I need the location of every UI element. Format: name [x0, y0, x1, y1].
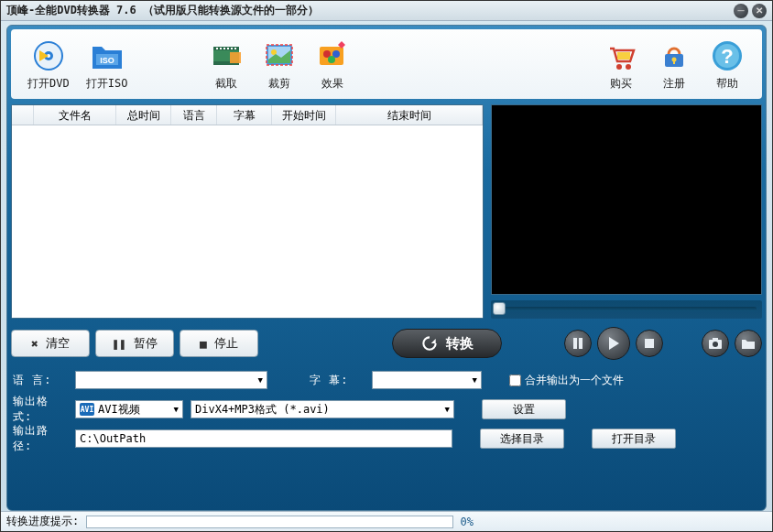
- statusbar: 转换进度提示: 0%: [1, 511, 772, 531]
- output-path-input[interactable]: C:\OutPath: [75, 429, 452, 448]
- merge-checkbox[interactable]: 合并输出为一个文件: [509, 373, 624, 388]
- effect-button[interactable]: 效果: [310, 36, 354, 93]
- help-button[interactable]: ? 帮助: [705, 36, 749, 93]
- file-list-body[interactable]: [12, 125, 483, 318]
- capture-icon: [208, 38, 245, 74]
- window-title: 顶峰-全能DVD转换器 7.6 （试用版只能转换源文件的一部分）: [6, 3, 734, 18]
- player-play-button[interactable]: [597, 327, 630, 360]
- subtitle-combo[interactable]: ▼: [372, 371, 482, 389]
- file-list-header: 文件名 总时间 语言 字幕 开始时间 结束时间: [12, 105, 483, 125]
- settings-button[interactable]: 设置: [482, 399, 566, 419]
- clear-button[interactable]: ✖清空: [11, 330, 90, 357]
- open-dir-button[interactable]: 打开目录: [592, 429, 676, 449]
- svg-point-37: [713, 342, 718, 347]
- help-icon: ?: [709, 38, 746, 74]
- svg-rect-9: [216, 48, 218, 49]
- effect-icon: [314, 38, 351, 74]
- open-folder-button[interactable]: [735, 330, 762, 357]
- register-icon: [656, 38, 692, 74]
- svg-rect-34: [645, 339, 654, 348]
- cart-icon: [603, 38, 639, 74]
- buy-button[interactable]: 购买: [599, 36, 643, 93]
- minimize-button[interactable]: ─: [734, 4, 748, 18]
- svg-rect-11: [223, 48, 225, 49]
- language-label: 语 言:: [13, 373, 68, 388]
- col-duration[interactable]: 总时间: [116, 105, 171, 125]
- dvd-icon: [30, 38, 67, 74]
- titlebar: 顶峰-全能DVD转换器 7.6 （试用版只能转换源文件的一部分） ─ ✕: [1, 1, 772, 21]
- language-combo[interactable]: ▼: [75, 371, 267, 389]
- preview-video: [491, 104, 762, 295]
- col-language[interactable]: 语言: [171, 105, 217, 125]
- choose-dir-button[interactable]: 选择目录: [480, 429, 564, 449]
- format-label: 输出格式:: [13, 394, 68, 425]
- toolbar: 打开DVD ISO 打开ISO 截取 裁剪: [11, 29, 762, 99]
- svg-rect-28: [673, 60, 675, 64]
- iso-icon: ISO: [89, 38, 125, 74]
- format-type-combo[interactable]: AVIAVI视频▼: [75, 400, 183, 418]
- svg-text:ISO: ISO: [100, 56, 114, 65]
- file-list-panel: 文件名 总时间 语言 字幕 开始时间 结束时间: [11, 104, 484, 319]
- capture-button[interactable]: 截取: [204, 36, 248, 93]
- col-end[interactable]: 结束时间: [336, 105, 483, 125]
- progress-bar: [86, 516, 452, 528]
- path-label: 输出路径:: [13, 423, 68, 454]
- close-button[interactable]: ✕: [752, 4, 767, 18]
- svg-rect-36: [713, 338, 718, 341]
- svg-rect-32: [573, 338, 577, 349]
- col-filename[interactable]: 文件名: [34, 105, 116, 125]
- status-label: 转换进度提示:: [6, 514, 79, 529]
- player-pause-button[interactable]: [564, 330, 592, 357]
- svg-point-22: [328, 56, 335, 63]
- svg-point-24: [626, 64, 631, 70]
- svg-rect-13: [231, 48, 233, 49]
- svg-rect-25: [617, 52, 630, 60]
- open-iso-button[interactable]: ISO 打开ISO: [82, 36, 132, 93]
- svg-rect-14: [234, 48, 236, 49]
- svg-rect-10: [220, 48, 222, 49]
- col-start[interactable]: 开始时间: [272, 105, 336, 125]
- svg-rect-12: [227, 48, 229, 49]
- pause-button[interactable]: ❚❚暂停: [95, 330, 174, 357]
- player-stop-button[interactable]: [636, 330, 663, 357]
- open-dvd-button[interactable]: 打开DVD: [24, 36, 73, 93]
- col-subtitle[interactable]: 字幕: [217, 105, 272, 125]
- preview-slider[interactable]: [491, 300, 762, 319]
- svg-text:?: ?: [721, 45, 733, 68]
- crop-button[interactable]: 裁剪: [257, 36, 301, 93]
- convert-button[interactable]: 转换: [392, 329, 502, 358]
- stop-button[interactable]: ■停止: [180, 330, 258, 357]
- svg-point-23: [616, 64, 622, 70]
- col-checkbox[interactable]: [12, 105, 34, 125]
- progress-percent: 0%: [461, 516, 474, 528]
- slider-thumb[interactable]: [493, 302, 506, 315]
- svg-rect-33: [579, 338, 582, 349]
- refresh-icon: [420, 334, 439, 353]
- format-codec-combo[interactable]: DivX4+MP3格式 (*.avi)▼: [191, 400, 454, 418]
- snapshot-button[interactable]: [702, 330, 729, 357]
- crop-icon: [261, 38, 298, 74]
- register-button[interactable]: 注册: [652, 36, 696, 93]
- subtitle-label: 字 幕:: [310, 373, 365, 388]
